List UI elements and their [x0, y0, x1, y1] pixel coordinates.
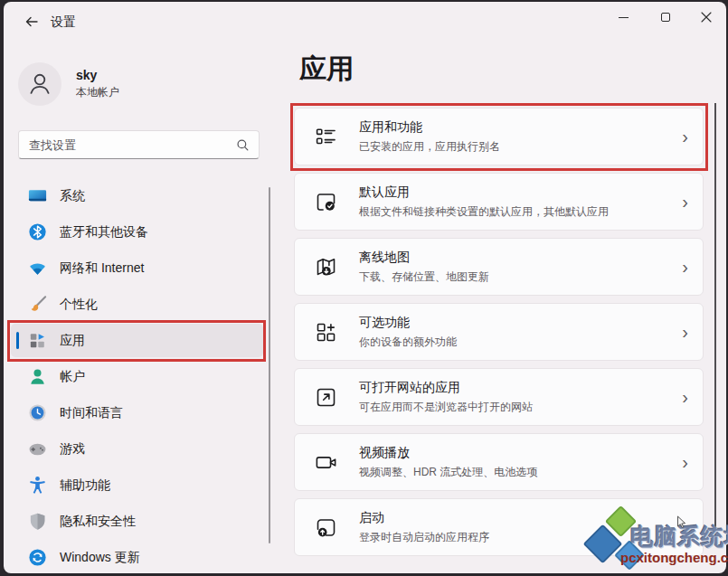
sidebar-item-label: 蓝牙和其他设备 [60, 224, 148, 241]
sidebar-item-label: 个性化 [60, 297, 98, 313]
chevron-right-icon: › [682, 323, 688, 341]
sidebar-item-label: 系统 [60, 188, 85, 204]
minimize-button[interactable] [606, 4, 640, 31]
search-input[interactable] [19, 138, 236, 152]
windows-update-icon [27, 547, 48, 568]
privacy-icon [27, 511, 48, 532]
startup-icon [314, 515, 338, 540]
card-title: 离线地图 [359, 250, 489, 266]
settings-card-default-apps[interactable]: 默认应用 根据文件和链接种类设置的默认应用，其他默认应用 › [294, 173, 704, 231]
close-button[interactable] [689, 4, 723, 31]
maximize-button[interactable] [648, 4, 683, 31]
card-subtitle: 可在应用而不是浏览器中打开的网站 [359, 400, 533, 415]
sidebar-item-gaming[interactable]: 游戏 [11, 432, 263, 466]
accessibility-icon [27, 475, 48, 496]
sidebar-item-label: 游戏 [60, 441, 85, 458]
search-box[interactable] [18, 130, 260, 159]
offline-maps-icon [314, 255, 338, 279]
chevron-right-icon: › [682, 258, 688, 276]
mouse-cursor [676, 515, 687, 529]
settings-card-offline-maps[interactable]: 离线地图 下载、存储位置、地图更新 › [294, 238, 704, 296]
chevron-right-icon: › [682, 453, 688, 471]
card-subtitle: 视频调整、HDR 流式处理、电池选项 [359, 465, 537, 480]
minimize-icon [619, 17, 629, 18]
accounts-icon [27, 366, 48, 387]
back-arrow-icon [24, 14, 39, 29]
sidebar-item-windows-update[interactable]: Windows 更新 [11, 541, 263, 573]
settings-window: 设置 sky 本地帐户 系统 蓝牙和其他设备 网络和 Internet 个性化 [4, 2, 726, 573]
sidebar-item-accessibility[interactable]: 辅助功能 [11, 468, 263, 502]
time-language-icon [27, 402, 48, 423]
card-title: 视频播放 [359, 445, 537, 461]
back-button[interactable] [18, 9, 45, 34]
apps-icon [27, 330, 48, 351]
search-icon [236, 138, 250, 152]
settings-card-apps-features[interactable]: 应用和功能 已安装的应用，应用执行别名 › [294, 108, 704, 165]
settings-card-apps-for-websites[interactable]: 可打开网站的应用 可在应用而不是浏览器中打开的网站 › [294, 368, 704, 426]
page-title: 应用 [299, 51, 354, 88]
card-subtitle: 登录时自动启动的应用程序 [359, 530, 489, 545]
sidebar-item-bluetooth[interactable]: 蓝牙和其他设备 [11, 215, 263, 249]
video-playback-icon [314, 450, 338, 475]
card-subtitle: 下载、存储位置、地图更新 [359, 269, 489, 285]
sidebar-item-label: Windows 更新 [60, 550, 140, 566]
sidebar-item-accounts[interactable]: 帐户 [11, 360, 263, 393]
apps-features-icon [314, 125, 338, 149]
avatar [18, 62, 61, 106]
personalization-icon [27, 294, 48, 315]
bluetooth-icon [27, 222, 48, 242]
network-icon [27, 258, 48, 279]
sidebar-item-label: 辅助功能 [60, 477, 110, 494]
card-title: 启动 [359, 510, 489, 526]
sidebar-item-time-language[interactable]: 时间和语言 [11, 396, 263, 430]
sidebar-item-personalization[interactable]: 个性化 [11, 288, 263, 321]
card-title: 默认应用 [359, 184, 609, 201]
main-scrollbar[interactable] [714, 103, 716, 543]
selected-indicator [16, 332, 19, 349]
apps-for-websites-icon [314, 385, 338, 410]
sidebar-scrollbar[interactable] [269, 187, 270, 543]
sidebar-item-system[interactable]: 系统 [11, 179, 263, 212]
card-title: 应用和功能 [359, 119, 500, 136]
app-title: 设置 [51, 14, 76, 31]
sidebar-item-label: 网络和 Internet [60, 260, 144, 277]
settings-card-video-playback[interactable]: 视频播放 视频调整、HDR 流式处理、电池选项 › [294, 433, 704, 491]
sidebar-item-label: 应用 [60, 333, 85, 349]
card-title: 可选功能 [359, 315, 457, 331]
settings-card-optional-features[interactable]: 可选功能 你的设备的额外功能 › [294, 303, 704, 361]
sidebar-item-label: 时间和语言 [60, 405, 123, 421]
system-icon [27, 185, 48, 206]
profile-account-type: 本地帐户 [76, 85, 119, 100]
chevron-right-icon: › [682, 193, 688, 211]
gaming-icon [27, 439, 48, 459]
close-icon [701, 12, 712, 23]
chevron-right-icon: › [682, 388, 688, 406]
sidebar-item-label: 隐私和安全性 [60, 514, 136, 530]
default-apps-icon [314, 190, 338, 214]
settings-card-startup[interactable]: 启动 登录时自动启动的应用程序 › [294, 498, 704, 556]
sidebar-item-label: 帐户 [60, 369, 85, 385]
card-subtitle: 你的设备的额外功能 [359, 335, 457, 350]
card-subtitle: 已安装的应用，应用执行别名 [359, 139, 500, 155]
card-title: 可打开网站的应用 [359, 380, 533, 396]
maximize-icon [661, 13, 670, 22]
chevron-right-icon: › [682, 127, 688, 146]
sidebar-item-network[interactable]: 网络和 Internet [11, 251, 263, 285]
person-icon [24, 69, 55, 99]
sidebar-item-apps[interactable]: 应用 [11, 324, 263, 357]
profile-name: sky [76, 68, 119, 82]
sidebar-item-privacy[interactable]: 隐私和安全性 [11, 505, 263, 538]
user-profile[interactable]: sky 本地帐户 [18, 58, 262, 110]
card-subtitle: 根据文件和链接种类设置的默认应用，其他默认应用 [359, 204, 609, 220]
optional-features-icon [314, 320, 338, 345]
